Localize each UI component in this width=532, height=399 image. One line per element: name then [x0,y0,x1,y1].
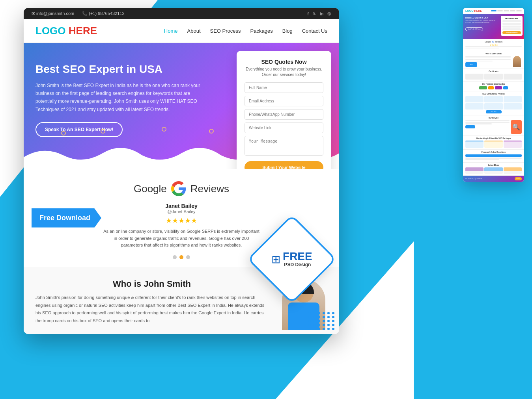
small-more-btn: More [465,62,477,67]
nav-home[interactable]: Home [164,28,178,34]
form-subtitle: Everything you need to grow your busines… [245,67,323,78]
small-faq-line-1 [465,158,522,159]
sl4 [465,61,493,62]
small-certificates-section: Certificates [463,69,524,82]
small-who-title: Who is John Smith [465,53,522,55]
google-reviews-title: Google Reviews [35,181,327,197]
small-nav-dot-1 [491,10,497,11]
small-service-row: Order 🔍 [465,120,522,134]
review-text: As an online company or store, visibilit… [103,228,260,249]
form-email-input[interactable] [245,96,323,106]
sl1 [465,56,511,57]
nav-blog[interactable]: Blog [282,28,293,34]
blog-img-3 [504,167,522,171]
small-form-card: SEO Quotes Now Submit Your Website [501,16,523,36]
logo-blue-text: LOGO [35,25,66,37]
small-who-content: More [465,56,522,67]
small-g: G [492,41,494,43]
small-service-title: Our Service [465,117,522,119]
blog-img-1 [465,167,483,171]
blog-text-2 [484,171,502,174]
small-blogs-title: Latest Blogs [465,164,522,166]
nav-about[interactable]: About [187,28,201,34]
small-packages-row [465,141,522,148]
small-google-text: Google [485,41,491,43]
form-message-input[interactable] [245,136,323,156]
small-review-lines [465,46,522,49]
small-logo: LOGO HERE [465,9,482,12]
small-cert-title: Certificates [465,71,522,72]
small-faq-line-2 [465,159,499,160]
small-cert-row [465,74,522,80]
small-who-section: Who is John Smith More [463,51,524,69]
small-google-row: Google G Reviews [465,41,522,43]
small-nav-dot-3 [504,10,509,11]
form-fullname-input[interactable] [245,82,323,93]
facebook-icon[interactable]: f [307,11,308,16]
sl3 [465,59,511,60]
small-packages-title: Outstanding & Affordable SEO Packages [465,137,522,139]
small-person-img [512,56,522,67]
dot-3[interactable] [186,255,190,259]
small-process-title: SEO Consultancy Process [465,93,522,95]
dot-2[interactable] [179,255,183,259]
small-faq-1 [465,154,522,157]
form-website-input[interactable] [245,122,323,133]
email-icon: ✉ [32,11,36,16]
process-4 [465,103,483,109]
case-logo-3 [495,86,502,89]
topbar-social: f 𝕏 in ◎ [307,11,331,16]
small-footer-btn: Contact [515,177,522,180]
small-input-1 [502,20,521,22]
small-person-silhouette [513,56,521,67]
small-blog-row [465,167,522,174]
case-logo-2 [488,86,494,89]
free-psd-text: FREE PSD Design [283,251,312,267]
blog-card-1 [465,167,483,174]
hero-dot-2 [101,129,105,134]
instagram-icon[interactable]: ◎ [327,11,331,16]
small-hero-content: Best SEO Expert in USA John Smith is the… [465,17,497,31]
small-who-text-lines: More [465,56,511,67]
email-info: ✉ info@joinsmith.com [32,11,74,16]
hero-cta-button[interactable]: Speak To An SEO Expert Now! [35,122,123,137]
process-6 [504,103,522,109]
small-seo-process-section: SEO Consultancy Process View More [463,91,524,115]
form-submit-button[interactable]: Submit Your Website [245,161,323,169]
small-submit: Submit Your Website [502,31,521,34]
small-hero-text: John Smith is the Best SEO Expert in Ind… [465,20,497,24]
small-footer: Call for SEO at (+1) 123456789 Contact [463,176,524,182]
header: LOGO HERE Home About SEO Process Package… [24,19,339,43]
small-packages-section: Outstanding & Affordable SEO Packages [463,136,524,150]
small-nav [491,10,522,11]
linkedin-icon[interactable]: in [320,11,323,16]
small-reviews-section: Google G Reviews ★★★★★ [463,39,524,51]
free-psd-diamond: ⊞ FREE PSD Design [247,215,336,304]
nav-seo-process[interactable]: SEO Process [210,28,241,34]
hero-dot-3 [162,127,166,132]
nav-packages[interactable]: Packages [250,28,273,34]
small-service-text: Order [465,120,510,134]
small-service-section: Our Service Order 🔍 [463,115,524,136]
twitter-icon[interactable]: 𝕏 [312,11,316,16]
free-psd-stack-icon: ⊞ [271,252,280,265]
package-starter [465,141,483,148]
small-input-2 [502,23,521,25]
nav-contact[interactable]: Contact Us [302,28,327,34]
free-psd-design-text: PSD Design [283,262,312,267]
blog-card-3 [504,167,522,174]
phone-icon: 📞 [82,11,89,16]
process-3 [504,96,522,102]
dot-1[interactable] [173,255,177,259]
reviews-text: Reviews [190,183,229,195]
form-phone-input[interactable] [245,109,323,120]
quote-form-card: SEO Quotes Now Everything you need to gr… [237,51,331,169]
free-download-badge[interactable]: Free Download [32,208,101,228]
free-psd-free-text: FREE [283,251,312,262]
process-5 [484,103,502,109]
main-website-mockup: ✉ info@joinsmith.com 📞 (+1) 98765432112 … [24,8,339,334]
case-logo-4 [503,86,508,89]
phone-info: 📞 (+1) 98765432112 [82,11,124,16]
free-psd-inner: ⊞ FREE PSD Design [271,251,312,267]
case-logo-1 [479,86,487,89]
